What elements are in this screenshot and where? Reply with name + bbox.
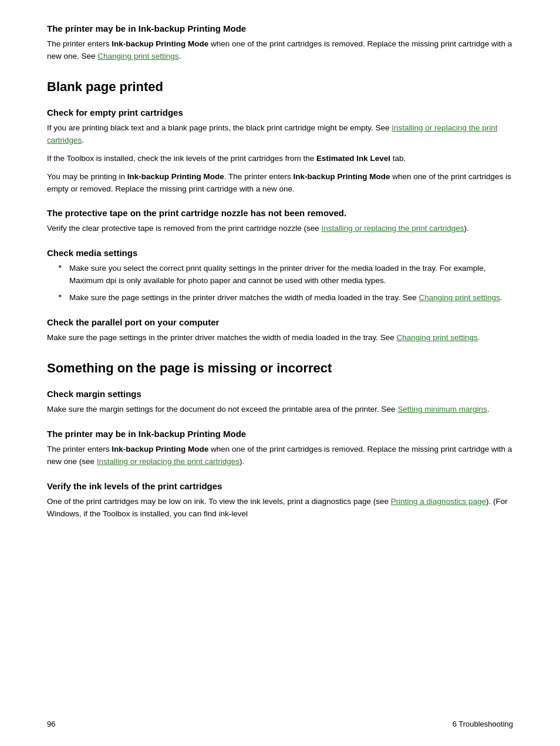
page: The printer may be in Ink-backup Printin… <box>0 0 560 746</box>
check-empty-cartridges-heading: Check for empty print cartridges <box>47 107 513 117</box>
check-media-settings-heading: Check media settings <box>47 248 513 258</box>
media-settings-list: Make sure you select the correct print q… <box>59 263 513 304</box>
parallel-port-heading: Check the parallel port on your computer <box>47 317 513 327</box>
media-settings-item-1: Make sure you select the correct print q… <box>59 263 513 287</box>
check-media-settings-section: Check media settings Make sure you selec… <box>47 248 513 304</box>
check-empty-para-2: If the Toolbox is installed, check the i… <box>47 153 513 165</box>
check-margin-para: Make sure the margin settings for the do… <box>47 404 513 416</box>
printing-diagnostics-link[interactable]: Printing a diagnostics page <box>391 497 486 506</box>
ink-backup-top-section: The printer may be in Ink-backup Printin… <box>47 23 513 63</box>
changing-print-settings-link-1[interactable]: Changing print settings <box>97 52 178 61</box>
verify-ink-levels-heading: Verify the ink levels of the print cartr… <box>47 481 513 491</box>
blank-page-heading: Blank page printed <box>47 79 513 95</box>
parallel-port-section: Check the parallel port on your computer… <box>47 317 513 344</box>
parallel-port-para: Make sure the page settings in the print… <box>47 332 513 344</box>
footer: 96 6 Troubleshooting <box>0 720 560 728</box>
ink-backup-bottom-section: The printer may be in Ink-backup Printin… <box>47 429 513 468</box>
changing-print-settings-link-3[interactable]: Changing print settings <box>397 333 478 342</box>
ink-backup-bottom-para: The printer enters Ink-backup Printing M… <box>47 443 513 468</box>
blank-page-section: Blank page printed Check for empty print… <box>47 79 513 344</box>
verify-ink-levels-para: One of the print cartridges may be low o… <box>47 496 513 520</box>
protective-tape-para: Verify the clear protective tape is remo… <box>47 223 513 235</box>
verify-ink-levels-section: Verify the ink levels of the print cartr… <box>47 481 513 520</box>
check-margin-heading: Check margin settings <box>47 389 513 399</box>
setting-minimum-margins-link[interactable]: Setting minimum margins <box>397 405 487 414</box>
changing-print-settings-link-2[interactable]: Changing print settings <box>419 293 500 302</box>
protective-tape-section: The protective tape on the print cartrid… <box>47 208 513 235</box>
installing-link-1[interactable]: Installing or replacing the print cartri… <box>47 123 497 145</box>
check-empty-cartridges-section: Check for empty print cartridges If you … <box>47 107 513 196</box>
installing-link-2[interactable]: Installing or replacing the print cartri… <box>321 224 464 233</box>
page-number: 96 <box>47 720 55 728</box>
protective-tape-heading: The protective tape on the print cartrid… <box>47 208 513 218</box>
check-margin-section: Check margin settings Make sure the marg… <box>47 389 513 416</box>
ink-backup-top-heading: The printer may be in Ink-backup Printin… <box>47 23 513 33</box>
something-missing-section: Something on the page is missing or inco… <box>47 361 513 520</box>
installing-link-3[interactable]: Installing or replacing the print cartri… <box>97 457 239 466</box>
something-missing-heading: Something on the page is missing or inco… <box>47 361 513 376</box>
media-settings-item-2: Make sure the page settings in the print… <box>59 292 513 304</box>
chapter-label: 6 Troubleshooting <box>453 720 513 728</box>
ink-backup-bottom-heading: The printer may be in Ink-backup Printin… <box>47 429 513 439</box>
ink-backup-top-para: The printer enters Ink-backup Printing M… <box>47 38 513 63</box>
check-empty-para-1: If you are printing black text and a bla… <box>47 122 513 147</box>
check-empty-para-3: You may be printing in Ink-backup Printi… <box>47 171 513 196</box>
